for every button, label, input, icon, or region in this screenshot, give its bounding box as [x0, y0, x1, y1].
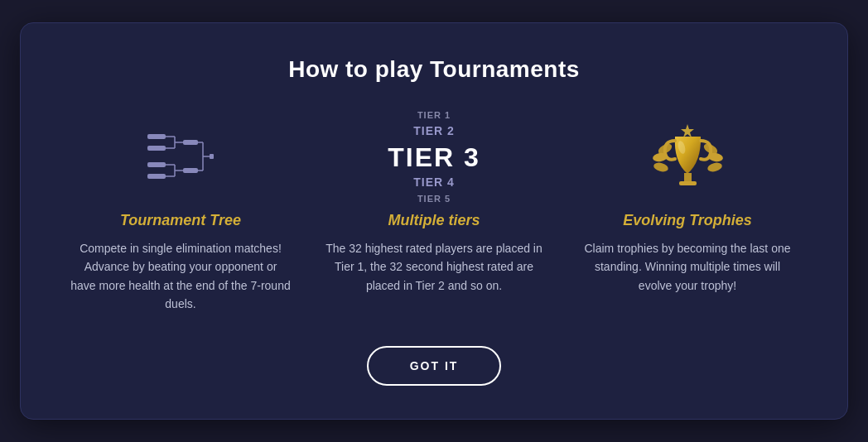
feature-multiple-tiers: TIER 1 TIER 2 TIER 3 TIER 4 TIER 5 Multi… — [316, 116, 552, 314]
trophy-icon — [577, 116, 798, 199]
how-to-play-modal: How to play Tournaments — [20, 22, 848, 420]
feature-tournament-tree: Tournament Tree Compete in single elimin… — [62, 116, 299, 314]
svg-rect-26 — [679, 181, 697, 185]
tier-2-label: TIER 2 — [413, 123, 455, 140]
svg-rect-0 — [147, 134, 166, 139]
tier-5-label: TIER 5 — [417, 193, 451, 205]
got-it-container: GOT IT — [62, 346, 806, 386]
multiple-tiers-desc: The 32 highest rated players are placed … — [324, 239, 544, 295]
tournament-tree-desc: Compete in single elimination matches! A… — [70, 239, 291, 314]
svg-rect-3 — [147, 174, 166, 179]
got-it-button[interactable]: GOT IT — [367, 346, 502, 386]
svg-rect-12 — [183, 140, 198, 145]
tier-list-icon: TIER 1 TIER 2 TIER 3 TIER 4 TIER 5 — [324, 116, 544, 199]
features-grid: Tournament Tree Compete in single elimin… — [62, 116, 806, 314]
svg-rect-1 — [147, 146, 166, 151]
tier-3-label: TIER 3 — [388, 142, 480, 173]
modal-title: How to play Tournaments — [62, 56, 806, 83]
tournament-tree-icon — [70, 116, 291, 199]
svg-rect-2 — [147, 162, 166, 167]
svg-rect-25 — [684, 173, 692, 181]
svg-marker-28 — [681, 124, 694, 137]
svg-rect-13 — [183, 168, 198, 173]
tier-1-label: TIER 1 — [417, 109, 451, 122]
svg-point-21 — [653, 161, 669, 173]
svg-rect-18 — [210, 154, 214, 159]
tier-4-label: TIER 4 — [413, 175, 455, 191]
evolving-trophies-desc: Claim trophies by becoming the last one … — [577, 239, 798, 295]
tournament-tree-title: Tournament Tree — [70, 212, 291, 229]
multiple-tiers-title: Multiple tiers — [324, 212, 544, 229]
feature-evolving-trophies: Evolving Trophies Claim trophies by beco… — [569, 116, 806, 314]
evolving-trophies-title: Evolving Trophies — [577, 212, 798, 229]
svg-point-24 — [706, 161, 723, 173]
